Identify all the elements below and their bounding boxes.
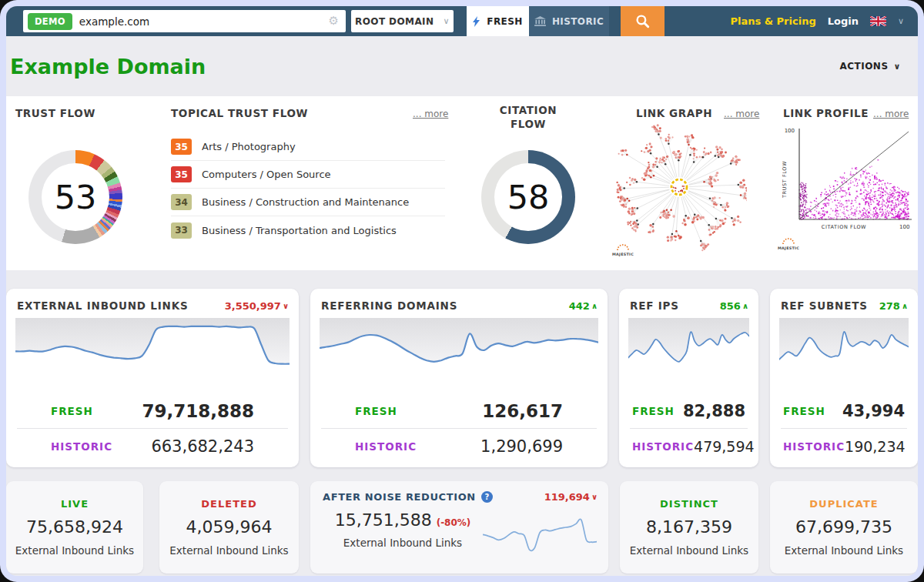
link-profile-visualization[interactable]: 100 TRUST FLOW CITATION FLOW 100 MAJESTI… [776,122,918,261]
topic-score-badge: 34 [171,194,192,210]
historic-value: 1,290,699 [480,437,563,456]
navbar-right: Plans & Pricing Login ∨ [730,15,904,27]
card-title: REFERRING DOMAINS [321,299,457,312]
historic-label: HISTORIC [355,440,417,453]
svg-text:MAJESTIC: MAJESTIC [612,253,634,256]
chevron-down-icon[interactable]: ∨ [898,16,904,26]
summary-card-distinct: DISTINCT 8,167,359 External Inbound Link… [620,481,758,574]
svg-text:MAJESTIC: MAJESTIC [778,246,799,250]
link-profile-label: LINK PROFILE [783,107,869,119]
delta-indicator[interactable]: 442∧ [569,300,598,312]
chevron-up-icon: ∧ [591,302,598,310]
uk-flag-icon[interactable] [870,16,886,26]
delta-indicator[interactable]: 856∧ [720,300,748,312]
fresh-label: FRESH [632,405,675,417]
summary-title: LIVE [61,498,89,510]
topical-row[interactable]: 35 Arts / Photography [171,133,445,161]
summary-cards-row: LIVE 75,658,924 External Inbound Links D… [6,481,918,574]
topic-label: Arts / Photography [202,141,296,152]
summary-percent: (-80%) [437,517,471,528]
citation-flow-donut: 58 [481,150,575,244]
delta-indicator[interactable]: 119,694∨ [544,491,598,503]
card-title: EXTERNAL INBOUND LINKS [17,299,188,312]
topical-row[interactable]: 35 Computers / Open Source [171,161,445,189]
trend-chart [15,318,290,378]
topic-label: Computers / Open Source [202,169,331,180]
chevron-down-icon: ∨ [283,302,289,310]
tab-historic[interactable]: HISTORIC [529,6,609,36]
page-title: Example Domain [10,55,206,79]
summary-caption: External Inbound Links [785,544,903,557]
help-icon[interactable]: ? [481,491,493,503]
historic-label: HISTORIC [783,440,845,453]
historic-value: 190,234 [845,438,906,455]
tab-fresh[interactable]: FRESH [467,6,529,36]
summary-card-after-noise-reduction: AFTER NOISE REDUCTION ? 119,694∨ 15,751,… [310,481,608,574]
x-axis-label: CITATION FLOW [822,224,866,230]
summary-caption: External Inbound Links [343,537,462,549]
x-axis-max: 100 [899,224,909,230]
historic-value: 663,682,243 [151,437,254,456]
summary-title: DELETED [201,498,256,510]
topical-trust-flow-list: 35 Arts / Photography 35 Computers / Ope… [171,133,445,244]
majestic-logo: MAJESTIC [612,245,634,256]
summary-caption: External Inbound Links [630,544,748,557]
actions-menu[interactable]: ACTIONS ∨ [839,61,901,72]
topical-trust-flow-label: TOPICAL TRUST FLOW [171,107,308,119]
gear-icon[interactable]: ⚙ [329,15,339,27]
search-button[interactable] [621,6,665,36]
citation-flow-label: CITATION FLOW [477,104,579,131]
root-domain-select[interactable]: ROOT DOMAIN ∨ [351,10,454,32]
lightning-icon [473,16,480,27]
metric-cards-row: EXTERNAL INBOUND LINKS 3,550,997∨ FRESH … [6,270,918,467]
summary-value: 67,699,735 [795,517,892,537]
tab-fresh-label: FRESH [487,16,522,27]
topical-row[interactable]: 33 Business / Transportation and Logisti… [171,216,445,244]
search-input[interactable] [79,15,322,28]
chevron-down-icon: ∨ [591,493,598,501]
topic-score-badge: 35 [171,139,192,155]
delta-indicator[interactable]: 3,550,997∨ [225,300,289,312]
fresh-value: 82,888 [683,402,745,420]
page-header: Example Domain ACTIONS ∨ [6,36,918,96]
tab-historic-label: HISTORIC [552,16,604,27]
top-navbar: DEMO ⚙ ROOT DOMAIN ∨ FRESH HISTORIC [6,6,918,36]
login-link[interactable]: Login [828,15,859,27]
card-title: REF IPS [630,299,679,312]
ref-subnets-card: REF SUBNETS 278∧ FRESH 43,994 HISTORIC 1… [770,289,918,467]
summary-caption: External Inbound Links [169,544,288,557]
summary-card-duplicate: DUPLICATE 67,699,735 External Inbound Li… [770,481,918,574]
link-profile-more-link[interactable]: ... more [873,109,909,119]
external-inbound-links-card: EXTERNAL INBOUND LINKS 3,550,997∨ FRESH … [6,289,299,467]
topical-more-link[interactable]: ... more [413,109,448,119]
search-icon [635,14,650,28]
app-window: DEMO ⚙ ROOT DOMAIN ∨ FRESH HISTORIC [6,6,918,576]
fresh-label: FRESH [783,405,825,417]
app-frame: DEMO ⚙ ROOT DOMAIN ∨ FRESH HISTORIC [0,0,924,582]
link-graph-visualization[interactable]: MAJESTIC [611,118,747,266]
screenshot-stage: DEMO ⚙ ROOT DOMAIN ∨ FRESH HISTORIC [0,0,924,582]
topical-row[interactable]: 34 Business / Construction and Maintenan… [171,189,445,216]
card-title: REF SUBNETS [781,299,868,312]
demo-badge: DEMO [28,13,72,30]
summary-title: DISTINCT [660,498,718,510]
chevron-up-icon: ∧ [742,302,748,310]
trend-sparkline [483,509,597,557]
trust-flow-value: 53 [55,178,97,216]
y-axis-max: 100 [785,128,795,134]
search-box[interactable]: DEMO ⚙ [23,10,346,32]
chevron-down-icon: ∨ [443,16,449,26]
delta-indicator[interactable]: 278∧ [879,300,908,312]
overview-panel: TRUST FLOW 53 TOPICAL TRUST FLOW ... mor… [6,96,918,270]
bank-icon [534,16,546,26]
trust-flow-label: TRUST FLOW [15,107,95,119]
historic-value: 479,594 [694,438,755,455]
topic-score-badge: 33 [171,222,192,239]
plans-pricing-link[interactable]: Plans & Pricing [730,15,815,27]
fresh-value: 43,994 [842,402,905,420]
y-axis-label: TRUST FLOW [782,161,788,199]
trend-chart [779,318,909,378]
chevron-down-icon: ∨ [894,62,901,72]
trust-flow-donut: 53 [28,150,122,244]
summary-title: AFTER NOISE REDUCTION [323,491,476,503]
